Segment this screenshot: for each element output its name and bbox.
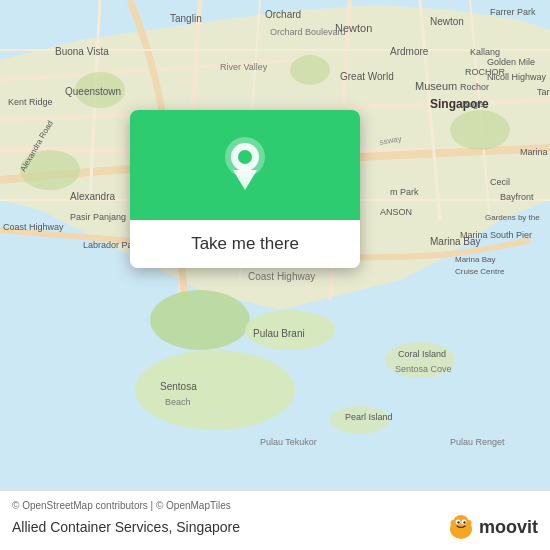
svg-text:Pasir Panjang: Pasir Panjang: [70, 212, 126, 222]
moovit-logo: moovit: [447, 513, 538, 541]
take-me-there-button[interactable]: Take me there: [130, 220, 360, 268]
location-popup: Take me there: [130, 110, 360, 268]
popup-header: [130, 110, 360, 220]
map-attribution: © OpenStreetMap contributors | © OpenMap…: [12, 500, 538, 511]
svg-text:m Park: m Park: [390, 187, 419, 197]
svg-text:ANSON: ANSON: [380, 207, 412, 217]
svg-text:Great World: Great World: [340, 71, 394, 82]
svg-text:Marina: Marina: [520, 147, 548, 157]
svg-text:Coast Highway: Coast Highway: [248, 271, 315, 282]
svg-text:Gardens by the: Gardens by the: [485, 213, 540, 222]
location-pin-icon: [220, 135, 270, 195]
svg-text:Newton: Newton: [430, 16, 464, 27]
svg-text:Kallang: Kallang: [470, 47, 500, 57]
svg-text:Bayfront: Bayfront: [500, 192, 534, 202]
svg-text:Pulau Brani: Pulau Brani: [253, 328, 305, 339]
svg-text:River Valley: River Valley: [220, 62, 268, 72]
place-info-row: Allied Container Services, Singapore moo…: [12, 513, 538, 541]
svg-point-17: [150, 290, 250, 350]
svg-text:Cruise Centre: Cruise Centre: [455, 267, 505, 276]
svg-text:Ardmore: Ardmore: [390, 46, 429, 57]
svg-text:Marina Bay: Marina Bay: [430, 236, 481, 247]
place-name-label: Allied Container Services, Singapore: [12, 519, 240, 535]
svg-point-78: [450, 520, 455, 526]
svg-point-70: [238, 150, 252, 164]
svg-text:Pulau Tekukor: Pulau Tekukor: [260, 437, 317, 447]
svg-point-79: [466, 520, 471, 526]
svg-text:Orchard: Orchard: [265, 9, 301, 20]
svg-text:Farrer Park: Farrer Park: [490, 7, 536, 17]
svg-text:Queenstown: Queenstown: [65, 86, 121, 97]
svg-text:Buona Vista: Buona Vista: [55, 46, 109, 57]
svg-text:Cecil: Cecil: [490, 177, 510, 187]
svg-text:Tar: Tar: [537, 87, 550, 97]
svg-text:Museum: Museum: [415, 80, 457, 92]
svg-point-18: [135, 350, 295, 430]
svg-text:Beach: Beach: [165, 397, 191, 407]
svg-text:Kent Ridge: Kent Ridge: [8, 97, 53, 107]
footer-bar: © OpenStreetMap contributors | © OpenMap…: [0, 490, 550, 550]
svg-text:Nicoll Highway: Nicoll Highway: [487, 72, 547, 82]
svg-point-15: [290, 55, 330, 85]
svg-point-13: [450, 110, 510, 150]
svg-text:Coral Island: Coral Island: [398, 349, 446, 359]
map-view: Newton Buona Vista Queenstown Tanglin Or…: [0, 0, 550, 490]
svg-point-76: [457, 521, 459, 523]
svg-text:Rochor: Rochor: [460, 82, 489, 92]
svg-text:Coast Highway: Coast Highway: [3, 222, 64, 232]
svg-text:Bugis: Bugis: [462, 99, 485, 109]
svg-text:Marina Bay: Marina Bay: [455, 255, 495, 264]
svg-text:Sentosa Cove: Sentosa Cove: [395, 364, 452, 374]
moovit-mascot-icon: [447, 513, 475, 541]
svg-text:Golden Mile: Golden Mile: [487, 57, 535, 67]
svg-text:Pulau Renget: Pulau Renget: [450, 437, 505, 447]
svg-text:Sentosa: Sentosa: [160, 381, 197, 392]
svg-text:Orchard Boulevard: Orchard Boulevard: [270, 27, 346, 37]
svg-marker-71: [233, 170, 257, 190]
svg-text:Alexandra: Alexandra: [70, 191, 115, 202]
moovit-brand-text: moovit: [479, 517, 538, 538]
svg-text:Pearl Island: Pearl Island: [345, 412, 393, 422]
svg-text:Tanglin: Tanglin: [170, 13, 202, 24]
svg-point-77: [463, 521, 465, 523]
